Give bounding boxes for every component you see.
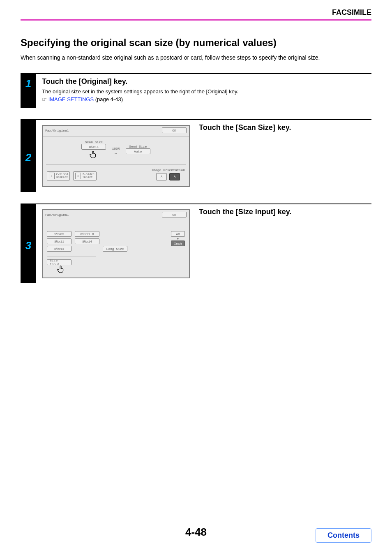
fax-original-panel: Fax/Original OK Scan Size 8½x11 (42, 125, 190, 187)
size-5half-button[interactable]: 5½x8½ (47, 231, 71, 237)
two-sided-tablet-button[interactable]: ▭ 2-Sided Tablet (73, 171, 96, 180)
image-settings-link[interactable]: IMAGE SETTINGS (48, 96, 94, 102)
arrow-icon: → (115, 151, 117, 156)
orientation-landscape-button[interactable]: A (169, 173, 180, 180)
step-number: 1 (21, 74, 36, 108)
step-2: 2 Fax/Original OK (21, 119, 371, 192)
orientation-portrait-button[interactable]: A (156, 173, 167, 180)
size-8half11r-button[interactable]: 8½x11 R (75, 231, 99, 237)
tablet-label: Tablet (82, 176, 94, 179)
page-title: Specifying the original scan size (by nu… (21, 37, 371, 49)
intro-text: When scanning a non-standard size origin… (21, 54, 371, 61)
step-3: 3 Fax/Original OK (21, 204, 371, 283)
step-heading: Touch the [Size Input] key. (199, 208, 371, 216)
step-heading: Touch the [Original] key. (42, 77, 371, 86)
step-number: 3 (21, 204, 36, 283)
ok-button[interactable]: OK (162, 212, 187, 217)
unit-inch-button[interactable]: Inch (171, 240, 185, 246)
booklet-label: Booklet (56, 176, 68, 179)
step-heading: Touch the [Scan Size] key. (199, 123, 371, 132)
unit-divider-icon: ♦ (177, 237, 179, 240)
touch-hand-icon (89, 150, 98, 159)
step-description: The original size set in the system sett… (42, 88, 371, 95)
pointer-icon: ☞ (42, 96, 47, 102)
unit-ab-button[interactable]: AB (171, 231, 185, 237)
panel-title: Fax/Original (45, 129, 69, 132)
page-category: FACSIMILE (21, 8, 371, 19)
scan-size-button[interactable]: 8½x11 (81, 144, 106, 150)
ratio-label: 100% (112, 147, 120, 150)
scan-size-label: Scan Size (85, 140, 103, 144)
size-8half11-button[interactable]: 8½x11 (47, 238, 71, 244)
step-number: 2 (21, 120, 36, 192)
long-size-button[interactable]: Long Size (103, 246, 127, 252)
size-8half14-button[interactable]: 8½x14 (75, 238, 99, 244)
ok-button[interactable]: OK (162, 127, 187, 133)
header-divider (21, 19, 371, 21)
two-sided-booklet-button[interactable]: ▯ 2-Sided Booklet (47, 171, 70, 180)
image-orientation-label: Image Orientation (151, 168, 185, 172)
send-size-button[interactable]: Auto (126, 148, 150, 154)
link-ref: (page 4-43) (94, 96, 123, 102)
step-link-line: ☞ IMAGE SETTINGS (page 4-43) (42, 96, 371, 103)
fax-original-panel-sizes: Fax/Original OK 5½x8½ 8½x11 R (42, 209, 190, 278)
step-1: 1 Touch the [Original] key. The original… (21, 73, 371, 108)
panel-title: Fax/Original (45, 213, 69, 217)
booklet-icon: ▯ (49, 173, 55, 179)
contents-button[interactable]: Contents (316, 528, 371, 543)
touch-hand-icon (57, 264, 66, 273)
send-size-label: Send Size (129, 145, 147, 148)
size-8half13-button[interactable]: 8½x13 (47, 246, 71, 252)
tablet-icon: ▭ (75, 173, 81, 179)
